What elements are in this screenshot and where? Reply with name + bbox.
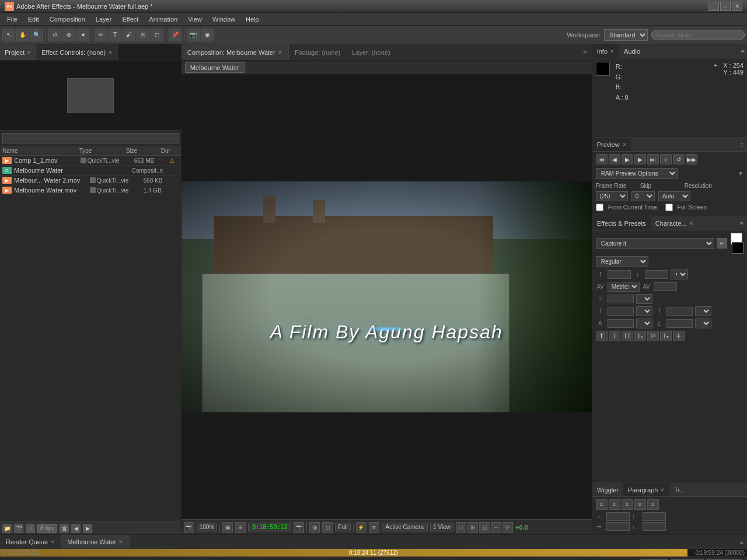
info-panel-options[interactable]: ≡ — [739, 48, 747, 55]
render-tab-options[interactable]: ≡ — [736, 538, 747, 545]
viewer-fast-icon[interactable]: ⚡ — [356, 522, 366, 533]
fmt-smallcaps[interactable]: T₁ — [634, 331, 646, 341]
size-input[interactable]: 53px — [608, 270, 631, 279]
new-folder-icon[interactable]: 📁 — [2, 524, 12, 533]
comp-name-button[interactable]: Melbourne Water — [185, 62, 245, 73]
menu-window[interactable]: Window — [208, 15, 240, 24]
tracking-type[interactable]: Metrics — [608, 282, 640, 292]
info-tab-close[interactable]: ✕ — [610, 48, 615, 54]
project-item-melbwatermov[interactable]: ▶ Melbourne Water.mov QuickTi...vie 1.4 … — [0, 186, 181, 195]
wiggler-tab-wiggler[interactable]: Wiggler — [592, 483, 623, 496]
maximize-btn[interactable]: □ — [720, 2, 731, 11]
toolbar-eraser[interactable]: ◻ — [151, 29, 163, 41]
menu-help[interactable]: Help — [241, 15, 264, 24]
hscale-select[interactable]: ▼ — [636, 306, 652, 316]
project-item-melbwater2[interactable]: ▶ Melbour... Water 2.mov QuickTi...vie 5… — [0, 176, 181, 186]
arrow-left-icon[interactable]: ◀ — [71, 524, 81, 533]
menu-edit[interactable]: Edit — [23, 15, 44, 24]
vscale-select[interactable]: ▼ — [695, 306, 711, 316]
arrow-right-icon[interactable]: ▶ — [83, 524, 92, 533]
new-solid-icon[interactable]: □ — [26, 524, 35, 533]
viewer-cam-icon[interactable]: 📷 — [294, 522, 304, 533]
font-edit-btn[interactable]: ✏ — [717, 238, 727, 249]
search-input[interactable] — [651, 30, 745, 40]
menu-composition[interactable]: Composition — [45, 15, 90, 24]
tab-project[interactable]: Project ✕ — [0, 44, 37, 60]
fmt-italic[interactable]: T — [609, 331, 620, 341]
effect-tab-close[interactable]: ✕ — [108, 50, 113, 55]
preview-tab-preview[interactable]: Preview ✕ — [592, 138, 631, 151]
skip-select[interactable]: 0 — [631, 191, 655, 201]
project-tab-close[interactable]: ✕ — [27, 50, 32, 55]
menu-layer[interactable]: Layer — [91, 15, 117, 24]
auto-input[interactable]: Auto — [645, 270, 668, 279]
viewer-comp-icon2[interactable]: ⊞ — [467, 522, 478, 533]
toolbar-pin[interactable]: 📌 — [169, 29, 181, 41]
fmt-sub[interactable]: T₃ — [660, 331, 672, 341]
menu-file[interactable]: File — [2, 15, 22, 24]
transport-loop[interactable]: ↺ — [673, 154, 685, 164]
indent-input[interactable]: - px — [608, 295, 634, 303]
viewer-zoom-select[interactable]: 100% — [197, 523, 218, 531]
wiggler-tab-paragraph[interactable]: Paragraph ✕ — [623, 483, 669, 496]
viewer-motion-icon[interactable]: ≋ — [369, 522, 379, 533]
font-select[interactable]: Capture it — [596, 238, 714, 249]
fmt-super[interactable]: T² — [647, 331, 659, 341]
footage-tab[interactable]: Footage: (none) — [289, 44, 346, 60]
align-right[interactable]: ≡ — [622, 499, 633, 510]
toolbar-pan[interactable]: ⊕ — [62, 29, 75, 41]
align-center[interactable]: ≡ — [609, 499, 620, 510]
tab-effect-controls[interactable]: Effect Controls: (none) ✕ — [37, 44, 118, 60]
transport-ram[interactable]: ▶▶ — [686, 154, 697, 164]
workspace-select[interactable]: Standard — [604, 29, 648, 41]
skew-select[interactable]: ▼ — [695, 318, 711, 328]
info-tab-info[interactable]: Info ✕ — [592, 44, 619, 58]
toolbar-camera[interactable]: 📷 — [187, 29, 200, 41]
align-force[interactable]: ≡ — [647, 499, 659, 510]
titlebar-controls[interactable]: _ □ ✕ — [708, 2, 742, 11]
baseline-select[interactable]: ▼ — [636, 318, 652, 328]
render-melb-close[interactable]: ✕ — [118, 539, 123, 545]
render-tab-melbwater[interactable]: Melbourne Water ✕ — [61, 535, 130, 548]
auto-select[interactable]: ▼ — [671, 270, 688, 279]
fmt-bold[interactable]: T — [596, 331, 608, 341]
render-tab-queue[interactable]: Render Queue ✕ — [0, 535, 61, 548]
full-screen-check[interactable] — [665, 204, 673, 211]
ram-dropdown-chevron[interactable]: ▼ — [738, 170, 743, 177]
comp-tab-main[interactable]: Composition: Melbourne Water ✕ — [181, 44, 289, 60]
hscale-input[interactable]: 100% — [608, 307, 634, 316]
toolbar-hand[interactable]: ✋ — [16, 29, 29, 41]
viewer-color-icon[interactable]: ◑ — [309, 522, 320, 533]
toolbar-brush[interactable]: 🖌 — [123, 29, 135, 41]
menu-effect[interactable]: Effect — [117, 15, 143, 24]
viewer-region-icon[interactable]: ▣ — [222, 522, 233, 533]
close-btn[interactable]: ✕ — [732, 2, 742, 11]
indent-select[interactable]: ▼ — [636, 294, 652, 304]
para-close[interactable]: ✕ — [660, 487, 665, 493]
margin-left[interactable]: 0 px — [606, 512, 630, 521]
wiggler-tab-tr[interactable]: Tr... — [669, 483, 690, 496]
viewer-comp-icon3[interactable]: ◱ — [479, 522, 490, 533]
toolbar-zoom[interactable]: 🔍 — [30, 29, 43, 41]
transport-play[interactable]: ▶ — [622, 154, 633, 164]
new-comp-icon[interactable]: 🎬 — [14, 524, 23, 533]
margin-indent[interactable]: 0 px — [606, 522, 630, 531]
menu-view[interactable]: View — [183, 15, 207, 24]
margin-top[interactable]: 0 px — [643, 512, 666, 521]
minimize-btn[interactable]: _ — [708, 2, 719, 11]
transport-next-frame[interactable]: ▶ — [634, 154, 646, 164]
viewer-grid-icon[interactable]: ⊞ — [235, 522, 246, 533]
align-justify[interactable]: ≡ — [634, 499, 646, 510]
baseline-input[interactable]: 0 px — [608, 319, 634, 328]
char-tab-close[interactable]: ✕ — [689, 220, 694, 226]
skew-input[interactable]: 0 % — [666, 319, 693, 328]
comp-tab-close[interactable]: ✕ — [278, 50, 282, 55]
effects-tab-effects[interactable]: Effects & Presets — [592, 216, 651, 230]
viewer-view-select[interactable]: 1 View — [430, 523, 453, 531]
stroke-color[interactable] — [732, 242, 743, 254]
info-tab-audio[interactable]: Audio — [619, 44, 645, 58]
toolbar-null[interactable]: ◉ — [201, 29, 214, 41]
viewer-camera-select[interactable]: Active Camera — [382, 523, 428, 531]
effects-tab-character[interactable]: Characte... ✕ — [651, 216, 699, 230]
project-item-comp1[interactable]: ▶ Comp 1_1.mov QuickTi...vie 663 MB ⚠ — [0, 156, 181, 166]
